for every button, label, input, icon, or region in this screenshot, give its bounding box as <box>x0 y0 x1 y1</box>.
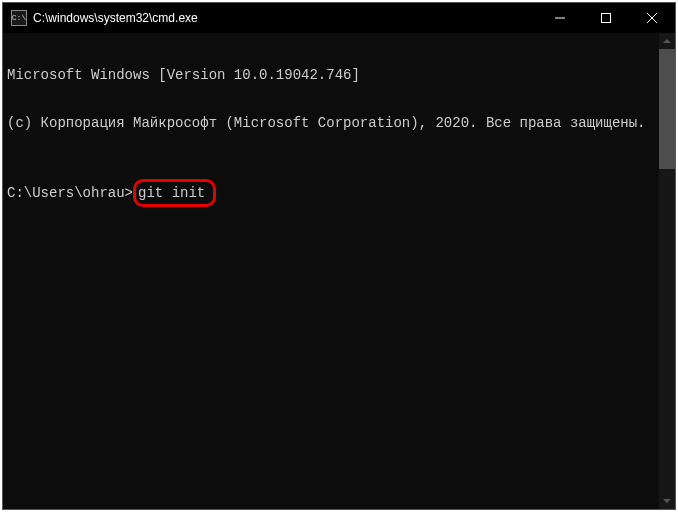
prompt-text: C:\Users\ohrau> <box>7 185 133 201</box>
console-prompt-line: C:\Users\ohrau>git init <box>7 179 655 207</box>
svg-marker-4 <box>663 39 671 43</box>
window-title: C:\windows\system32\cmd.exe <box>33 11 537 25</box>
command-text: git init <box>138 185 205 201</box>
titlebar[interactable]: C:\ C:\windows\system32\cmd.exe <box>3 3 675 33</box>
console-line-version: Microsoft Windows [Version 10.0.19042.74… <box>7 67 655 83</box>
console-content[interactable]: Microsoft Windows [Version 10.0.19042.74… <box>3 33 659 509</box>
cmd-icon: C:\ <box>11 10 27 26</box>
cmd-window: C:\ C:\windows\system32\cmd.exe Microsof… <box>2 2 676 510</box>
window-controls <box>537 3 675 33</box>
maximize-button[interactable] <box>583 3 629 33</box>
cmd-icon-text: C:\ <box>12 14 26 22</box>
command-highlight: git init <box>133 179 216 207</box>
scrollbar-track[interactable] <box>659 49 675 493</box>
console-line-copyright: (c) Корпорация Майкрософт (Microsoft Cor… <box>7 115 655 131</box>
svg-rect-1 <box>602 14 611 23</box>
scroll-up-button[interactable] <box>659 33 675 49</box>
vertical-scrollbar[interactable] <box>659 33 675 509</box>
minimize-button[interactable] <box>537 3 583 33</box>
console-body: Microsoft Windows [Version 10.0.19042.74… <box>3 33 675 509</box>
scrollbar-thumb[interactable] <box>659 49 675 169</box>
svg-marker-5 <box>663 499 671 503</box>
close-button[interactable] <box>629 3 675 33</box>
scroll-down-button[interactable] <box>659 493 675 509</box>
